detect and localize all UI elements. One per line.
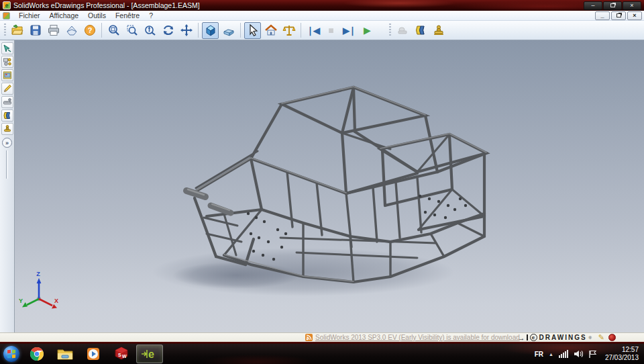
previous-button[interactable]: ❘◀	[305, 22, 321, 39]
logo-reg: ®	[589, 336, 592, 340]
zoom-fit-button[interactable]	[105, 22, 122, 39]
taskbar: S W e FR ▲	[0, 344, 644, 364]
select-3d-button[interactable]	[1, 42, 13, 54]
edrawings-app-icon: e	[3, 1, 11, 9]
menu-affichage[interactable]: Affichage	[45, 11, 84, 20]
panel-splitter[interactable]	[6, 150, 8, 179]
stamp-panel-icon	[3, 124, 12, 134]
taskbar-solidworks-button[interactable]: S W	[108, 345, 135, 363]
previous-icon: ❘◀	[307, 26, 319, 36]
axis-y-label: Y	[19, 298, 23, 304]
status-bar: SolidWorks 2013 SP3.0 EV (Early Visibili…	[0, 332, 644, 342]
windows-start-icon	[3, 346, 19, 362]
document-icon	[3, 12, 10, 19]
menu-bar: Fichier Affichage Outils Fenêtre ? _ ×	[0, 11, 644, 21]
components-button[interactable]	[1, 56, 13, 68]
edrawings-taskbar-icon: e	[141, 347, 158, 361]
stamp-panel-button[interactable]	[1, 123, 13, 135]
measure-icon	[3, 97, 12, 107]
pencil-markup-button[interactable]	[1, 83, 13, 95]
help-button[interactable]: ?	[81, 22, 98, 39]
open-icon	[11, 24, 24, 37]
restore-icon	[610, 3, 615, 7]
taskbar-clock[interactable]: 12:57 27/03/2013	[602, 346, 639, 363]
stamp-button[interactable]	[430, 22, 447, 39]
markup-save-icon	[396, 24, 409, 37]
network-icon[interactable]	[559, 350, 568, 358]
child-minimize-button[interactable]: _	[595, 11, 610, 20]
taskbar-explorer-button[interactable]	[52, 345, 78, 363]
save-button[interactable]	[27, 22, 44, 39]
send-icon	[65, 24, 78, 37]
close-button[interactable]: ×	[623, 1, 641, 10]
mass-properties-button[interactable]	[280, 22, 297, 39]
menu-help[interactable]: ?	[144, 11, 158, 20]
stop-icon: ■	[328, 26, 333, 35]
window-title: SolidWorks eDrawings Professional - [Ass…	[13, 1, 584, 9]
action-center-flag-icon[interactable]	[588, 350, 597, 358]
home-button[interactable]	[262, 22, 279, 39]
volume-icon[interactable]	[574, 350, 583, 358]
markup-save-button[interactable]	[394, 22, 411, 39]
update-notification[interactable]: SolidWorks 2013 SP3.0 EV (Early Visibili…	[305, 333, 520, 342]
clock-date: 27/03/2013	[605, 354, 639, 363]
play-button[interactable]: ▶	[359, 22, 376, 39]
child-restore-icon	[616, 13, 621, 17]
toolbar-grip[interactable]	[4, 24, 6, 37]
section-button[interactable]	[412, 22, 429, 39]
section-panel-icon	[3, 111, 12, 120]
media-player-icon	[86, 347, 101, 361]
axis-z-label: Z	[36, 271, 40, 277]
zoom-button[interactable]	[142, 22, 158, 39]
application-window: e SolidWorks eDrawings Professional - [A…	[0, 0, 644, 364]
expand-panel-button[interactable]: »	[2, 138, 12, 148]
zoom-area-button[interactable]	[123, 22, 140, 39]
markup-pencil-icon[interactable]: ✎	[598, 333, 604, 342]
child-close-button[interactable]: ×	[627, 11, 642, 20]
title-bar: e SolidWorks eDrawings Professional - [A…	[0, 0, 644, 11]
solidworks-badge-icon[interactable]	[608, 334, 616, 341]
chrome-icon	[30, 347, 44, 361]
child-restore-button[interactable]	[611, 11, 626, 20]
rotate-icon	[162, 24, 175, 37]
taskbar-edrawings-button[interactable]: e	[136, 345, 163, 363]
measure-button[interactable]	[1, 96, 13, 108]
home-icon	[264, 24, 278, 37]
next-button[interactable]: ▶❘	[341, 22, 358, 39]
select-button[interactable]	[244, 22, 261, 39]
pan-button[interactable]	[178, 22, 195, 39]
zoom-icon	[144, 24, 157, 37]
tray-expand-icon[interactable]: ▲	[549, 352, 553, 357]
restore-button[interactable]	[603, 1, 622, 10]
stop-button[interactable]: ■	[323, 22, 339, 39]
next-icon: ▶❘	[343, 26, 356, 36]
taskbar-chrome-button[interactable]	[23, 345, 50, 363]
shaded-view-button[interactable]	[202, 22, 219, 39]
print-icon	[47, 24, 60, 37]
language-indicator[interactable]: FR	[535, 351, 543, 358]
toolbar: ?	[0, 21, 644, 40]
markup-view-button[interactable]	[1, 69, 13, 81]
taskbar-media-player-button[interactable]	[80, 345, 107, 363]
rotate-button[interactable]	[160, 22, 176, 39]
open-button[interactable]	[9, 22, 25, 39]
components-icon	[3, 57, 12, 66]
start-button[interactable]	[0, 344, 23, 364]
update-link[interactable]: SolidWorks 2013 SP3.0 EV (Early Visibili…	[315, 334, 520, 341]
section-panel-button[interactable]	[1, 109, 13, 122]
toolbar-grip-2[interactable]	[389, 24, 391, 37]
send-button[interactable]	[63, 22, 80, 39]
3d-viewport[interactable]: Z Y X	[15, 40, 644, 332]
logo-text: DRAWINGS	[539, 334, 587, 341]
pan-icon	[180, 24, 193, 37]
print-button[interactable]	[45, 22, 62, 39]
menu-fenetre[interactable]: Fenêtre	[111, 11, 144, 20]
clock-time: 12:57	[605, 346, 639, 355]
menu-fichier[interactable]: Fichier	[14, 11, 45, 20]
mass-properties-icon	[282, 24, 296, 37]
minimize-button[interactable]: –	[584, 1, 602, 10]
illustration-view-button[interactable]	[220, 22, 237, 39]
edrawings-logo: → e DRAWINGS ®	[518, 333, 592, 342]
menu-outils[interactable]: Outils	[83, 11, 111, 20]
stamp-icon	[432, 24, 445, 37]
